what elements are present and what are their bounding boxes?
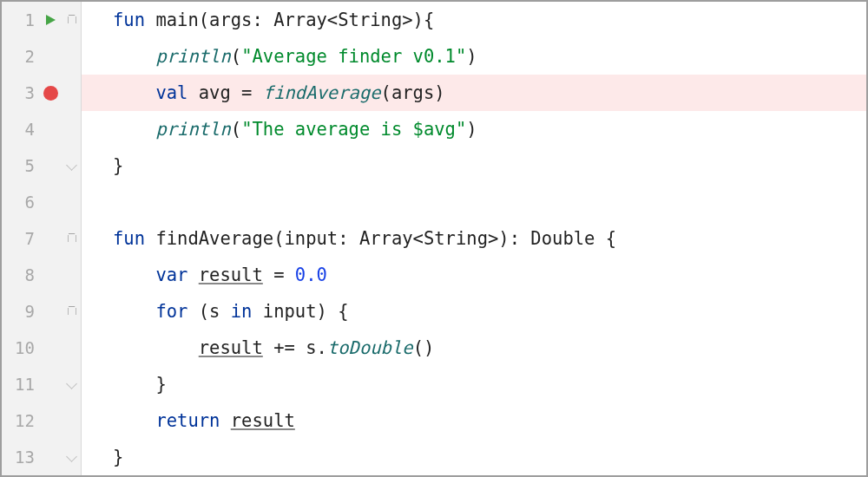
code-line[interactable]: result += s.toDouble() [82,330,866,366]
line-number: 5 [9,156,35,175]
indent [113,301,155,322]
text: (input: Array<String>): Double { [273,228,616,249]
function-call: findAverage [263,82,381,103]
code-line[interactable] [82,184,866,220]
fold-collapse-icon[interactable] [63,233,81,244]
text: () [413,337,435,358]
identifier: result [231,410,295,431]
line-number: 2 [9,47,35,66]
text [145,228,155,249]
gutter-row[interactable]: 11 [2,366,81,402]
line-number: 9 [9,302,35,321]
fold-end-icon[interactable] [63,161,81,170]
fold-collapse-icon[interactable] [63,15,81,25]
text: input) { [252,301,348,322]
gutter-row[interactable]: 8 [2,257,81,293]
line-number: 10 [9,338,35,357]
keyword: for [155,301,187,322]
text: ( [231,46,241,67]
text: (s [187,301,230,322]
gutter-row[interactable]: 12 [2,402,81,439]
code-line[interactable]: val avg = findAverage(args) [82,75,866,111]
breakpoint-icon[interactable] [40,86,61,101]
gutter-row[interactable]: 1 [2,2,81,38]
gutter-row[interactable]: 7 [2,220,81,257]
keyword: fun [113,10,145,30]
run-icon[interactable] [40,14,61,26]
code-line[interactable]: fun findAverage(input: Array<String>): D… [82,220,866,257]
gutter-row[interactable]: 3 [2,75,81,111]
code-line[interactable]: } [82,147,866,184]
code-line[interactable]: return result [82,402,866,439]
function-call: println [155,46,230,67]
keyword: in [231,301,253,322]
line-number: 3 [9,83,35,102]
line-number: 4 [9,120,35,139]
text [145,10,155,30]
line-number: 12 [9,411,35,430]
identifier: result [199,337,263,358]
keyword: val [155,82,187,103]
text: } [155,374,166,395]
line-number: 13 [9,448,35,467]
fold-end-icon[interactable] [63,380,81,389]
keyword: var [155,265,187,285]
string-literal: "Average finder v0.1" [241,46,466,67]
text: ) [466,119,477,140]
line-number: 1 [9,10,35,29]
svg-marker-0 [46,15,56,25]
indent [113,374,155,395]
indent [113,119,155,140]
code-line[interactable]: for (s in input) { [82,293,866,330]
code-line[interactable]: var result = 0.0 [82,257,866,293]
text: = [263,265,295,285]
code-line[interactable]: fun main(args: Array<String>){ [82,2,866,38]
gutter-row[interactable]: 6 [2,184,81,220]
identifier: result [199,265,263,285]
text: (args: Array<String>){ [199,10,435,30]
indent [113,337,199,358]
line-number: 7 [9,229,35,248]
gutter-row[interactable]: 10 [2,330,81,366]
indent [113,46,155,67]
function-call: println [155,119,230,140]
line-number: 6 [9,193,35,212]
fold-end-icon[interactable] [63,453,81,461]
indent [113,265,155,285]
code-line[interactable]: println("Average finder v0.1") [82,38,866,75]
fold-collapse-icon[interactable] [63,306,81,317]
indent [113,410,155,431]
text: ) [466,46,477,67]
indent [113,82,155,103]
identifier: findAverage [155,228,273,249]
code-line[interactable]: println("The average is $avg") [82,111,866,147]
gutter-row[interactable]: 9 [2,293,81,330]
function-call: toDouble [327,337,413,358]
text: } [113,447,123,467]
text [187,265,198,285]
text: } [113,155,123,176]
keyword: fun [113,228,145,249]
gutter-row[interactable]: 2 [2,38,81,75]
code-line[interactable]: } [82,366,866,402]
text: avg = [187,82,262,103]
code-area[interactable]: fun main(args: Array<String>){ println("… [82,2,866,475]
gutter-row[interactable]: 5 [2,147,81,184]
keyword: return [155,410,220,431]
text: (args) [381,82,445,103]
text: += s. [263,337,327,358]
identifier: main [155,10,198,30]
gutter-row[interactable]: 4 [2,111,81,147]
code-line[interactable]: } [82,439,866,475]
gutter-row[interactable]: 13 [2,439,81,475]
line-number: 11 [9,375,35,394]
text: ( [231,119,241,140]
number-literal: 0.0 [295,265,327,285]
code-editor: 12345678910111213 fun main(args: Array<S… [2,2,866,475]
string-literal: "The average is $avg" [241,119,466,140]
gutter: 12345678910111213 [2,2,82,475]
text [220,410,230,431]
line-number: 8 [9,265,35,284]
